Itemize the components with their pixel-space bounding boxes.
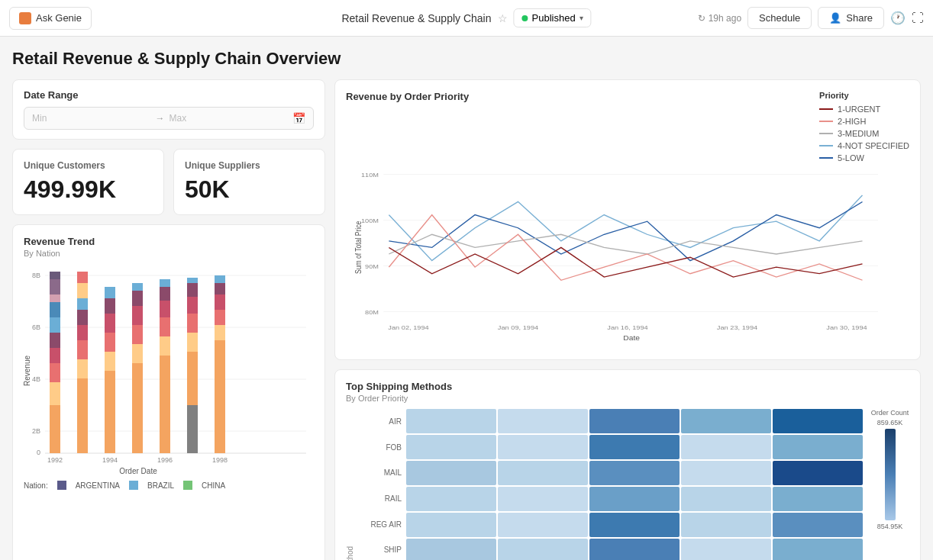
- heatmap-cell: [589, 409, 680, 433]
- legend-item-not-specified: 4-NOT SPECIFIED: [819, 141, 909, 150]
- heatmap-cell: [406, 461, 496, 485]
- svg-rect-13: [50, 272, 60, 279]
- high-label: 2-HIGH: [838, 117, 866, 126]
- revenue-trend-subtitle: By Nation: [24, 249, 314, 258]
- svg-rect-18: [50, 333, 60, 348]
- heatmap-cell: [406, 409, 496, 433]
- svg-rect-20: [50, 302, 60, 317]
- star-icon[interactable]: ☆: [498, 12, 508, 24]
- legend-item-low: 5-LOW: [819, 153, 909, 163]
- heatmap-cell: [406, 435, 496, 459]
- urgent-line-icon: [819, 108, 833, 110]
- heatmap-y-labels: AIR FOB MAIL RAIL REG AIR SHIP TRUCK: [362, 409, 402, 560]
- svg-rect-28: [77, 310, 88, 325]
- suppliers-label: Unique Suppliers: [185, 160, 314, 171]
- heatmap-cell: [773, 461, 863, 485]
- svg-rect-33: [105, 333, 115, 352]
- svg-rect-32: [105, 352, 115, 371]
- low-label: 5-LOW: [838, 153, 864, 163]
- date-min-input[interactable]: Min: [32, 113, 151, 124]
- svg-rect-46: [160, 336, 170, 356]
- svg-rect-26: [77, 340, 88, 359]
- suppliers-card: Unique Suppliers 50K: [173, 149, 325, 215]
- heatmap-cell: [681, 539, 771, 560]
- line-chart-title: Revenue by Order Priority: [346, 91, 469, 102]
- heatmap-cell: [498, 435, 588, 459]
- svg-rect-48: [160, 301, 170, 317]
- svg-rect-49: [160, 287, 170, 301]
- last-updated: ↻ 19h ago: [698, 13, 741, 24]
- svg-text:8B: 8B: [32, 272, 40, 279]
- svg-rect-43: [132, 283, 143, 291]
- fullscreen-icon[interactable]: ⛶: [912, 11, 924, 25]
- svg-rect-40: [132, 325, 143, 344]
- schedule-button[interactable]: Schedule: [747, 7, 812, 29]
- svg-rect-63: [215, 275, 225, 283]
- heatmap-cell: [498, 487, 588, 511]
- heatmap-cell: [681, 513, 771, 537]
- y-label-air: AIR: [362, 417, 402, 426]
- high-line-icon: [819, 121, 833, 122]
- svg-rect-58: [215, 340, 225, 453]
- published-badge[interactable]: Published ▾: [514, 8, 592, 27]
- svg-text:Jan 02, 1994: Jan 02, 1994: [388, 323, 429, 330]
- svg-text:1998: 1998: [212, 456, 228, 464]
- ask-genie-button[interactable]: Ask Genie: [9, 7, 92, 30]
- svg-text:1992: 1992: [47, 456, 63, 464]
- heatmap-cell: [681, 409, 771, 433]
- heatmap-cell: [498, 513, 588, 537]
- legend-min: 854.95K: [877, 523, 903, 530]
- medium-label: 3-MEDIUM: [838, 129, 879, 138]
- argentina-label: ARGENTINA: [76, 481, 120, 490]
- svg-rect-31: [105, 371, 115, 423]
- svg-text:80M: 80M: [365, 309, 379, 316]
- nation-legend: Nation: ARGENTINA BRAZIL CHINA: [24, 481, 314, 490]
- suppliers-value: 50K: [185, 175, 314, 204]
- date-max-input[interactable]: Max: [169, 113, 289, 124]
- svg-rect-27: [77, 325, 88, 340]
- china-label: CHINA: [202, 481, 225, 490]
- heatmap-cell: [773, 487, 863, 511]
- svg-text:6B: 6B: [32, 323, 40, 331]
- svg-rect-15: [50, 382, 60, 405]
- heatmap-cell: [406, 513, 496, 537]
- svg-rect-42: [132, 291, 143, 306]
- ask-genie-label: Ask Genie: [36, 12, 82, 24]
- history-icon[interactable]: 🕐: [890, 11, 906, 25]
- calendar-icon[interactable]: 📅: [292, 112, 305, 124]
- heatmap-y-axis-label: Shipping Method: [346, 409, 354, 560]
- genie-icon: [19, 12, 31, 24]
- low-line-icon: [819, 157, 833, 159]
- svg-text:Sum of Total Price: Sum of Total Price: [354, 221, 363, 274]
- customers-card: Unique Customers 499.99K: [12, 149, 164, 215]
- svg-rect-29: [77, 298, 88, 310]
- heatmap-cell: [498, 539, 588, 560]
- heatmap-cell: [589, 513, 680, 537]
- line-chart-legend: Priority 1-URGENT 2-HIGH 3-MEDIUM: [819, 91, 909, 163]
- legend-item-high: 2-HIGH: [819, 117, 909, 126]
- svg-rect-52: [187, 352, 198, 405]
- svg-text:1996: 1996: [157, 456, 173, 464]
- topbar-right: ↻ 19h ago Schedule 👤 Share 🕐 ⛶: [698, 7, 924, 29]
- heatmap-title: Top Shipping Methods: [346, 381, 909, 392]
- svg-text:Order Date: Order Date: [119, 467, 157, 475]
- svg-text:Jan 23, 1994: Jan 23, 1994: [717, 323, 758, 330]
- share-button[interactable]: 👤 Share: [818, 7, 884, 29]
- legend-item-urgent: 1-URGENT: [819, 105, 909, 114]
- heatmap-cell: [589, 435, 680, 459]
- heatmap-card: Top Shipping Methods By Order Priority S…: [334, 369, 921, 560]
- svg-rect-45: [160, 356, 170, 407]
- heatmap-grid: [406, 409, 863, 560]
- share-icon: 👤: [829, 12, 841, 24]
- legend-max: 859.65K: [877, 419, 903, 426]
- date-range-card: Date Range Min → Max 📅: [12, 79, 325, 140]
- main-content: Retail Revenue & Supply Chain Overview D…: [0, 37, 933, 560]
- argentina-swatch: [57, 481, 66, 490]
- heatmap-cell: [681, 487, 771, 511]
- svg-rect-17: [50, 348, 60, 363]
- svg-rect-39: [132, 344, 143, 363]
- date-range-inputs[interactable]: Min → Max 📅: [24, 107, 314, 130]
- dashboard-grid: Date Range Min → Max 📅 Unique Customers …: [12, 79, 921, 560]
- heatmap-cell: [406, 539, 496, 560]
- left-column: Date Range Min → Max 📅 Unique Customers …: [12, 79, 325, 560]
